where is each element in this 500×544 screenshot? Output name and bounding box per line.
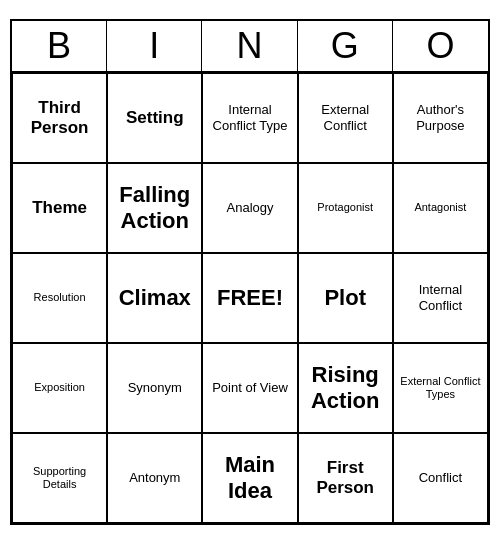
bingo-cell-17: Point of View bbox=[202, 343, 297, 433]
bingo-cell-18: Rising Action bbox=[298, 343, 393, 433]
bingo-cell-4: Author's Purpose bbox=[393, 73, 488, 163]
bingo-cell-3: External Conflict bbox=[298, 73, 393, 163]
header-g: G bbox=[298, 21, 393, 71]
bingo-cell-22: Main Idea bbox=[202, 433, 297, 523]
bingo-cell-0: Third Person bbox=[12, 73, 107, 163]
header-n: N bbox=[202, 21, 297, 71]
bingo-header: B I N G O bbox=[12, 21, 488, 73]
bingo-cell-8: Protagonist bbox=[298, 163, 393, 253]
bingo-cell-1: Setting bbox=[107, 73, 202, 163]
bingo-cell-19: External Conflict Types bbox=[393, 343, 488, 433]
header-i: I bbox=[107, 21, 202, 71]
bingo-cell-23: First Person bbox=[298, 433, 393, 523]
header-b: B bbox=[12, 21, 107, 71]
bingo-card: B I N G O Third PersonSettingInternal Co… bbox=[10, 19, 490, 525]
bingo-cell-20: Supporting Details bbox=[12, 433, 107, 523]
bingo-cell-24: Conflict bbox=[393, 433, 488, 523]
bingo-cell-12: FREE! bbox=[202, 253, 297, 343]
bingo-cell-10: Resolution bbox=[12, 253, 107, 343]
bingo-cell-9: Antagonist bbox=[393, 163, 488, 253]
bingo-cell-2: Internal Conflict Type bbox=[202, 73, 297, 163]
bingo-cell-7: Analogy bbox=[202, 163, 297, 253]
bingo-cell-11: Climax bbox=[107, 253, 202, 343]
bingo-grid: Third PersonSettingInternal Conflict Typ… bbox=[12, 73, 488, 523]
bingo-cell-6: Falling Action bbox=[107, 163, 202, 253]
bingo-cell-21: Antonym bbox=[107, 433, 202, 523]
bingo-cell-14: Internal Conflict bbox=[393, 253, 488, 343]
header-o: O bbox=[393, 21, 488, 71]
bingo-cell-5: Theme bbox=[12, 163, 107, 253]
bingo-cell-13: Plot bbox=[298, 253, 393, 343]
bingo-cell-15: Exposition bbox=[12, 343, 107, 433]
bingo-cell-16: Synonym bbox=[107, 343, 202, 433]
